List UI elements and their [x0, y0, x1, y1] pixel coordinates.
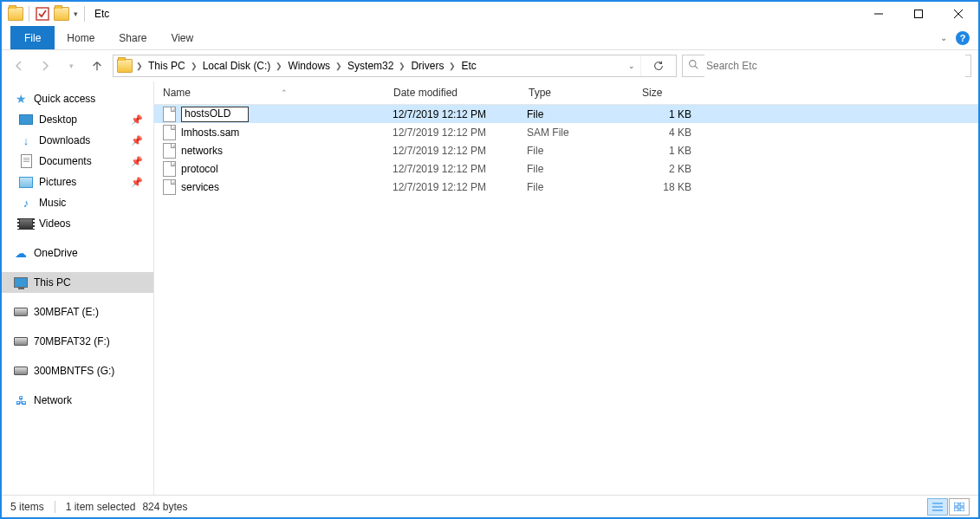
sidebar-item-label: Downloads	[39, 134, 90, 146]
address-dropdown-icon[interactable]: ⌄	[623, 62, 640, 70]
help-icon[interactable]: ?	[956, 31, 970, 45]
sidebar-item-label: 30MBFAT (E:)	[34, 306, 99, 318]
tab-view[interactable]: View	[159, 26, 205, 49]
sidebar-item-label: This PC	[34, 276, 71, 289]
navigation-row: ▾ ❯ This PC ❯ Local Disk (C:) ❯ Windows …	[2, 50, 978, 81]
address-bar[interactable]: ❯ This PC ❯ Local Disk (C:) ❯ Windows ❯ …	[113, 55, 677, 77]
file-icon	[163, 179, 176, 195]
sidebar-item-label: 70MBFAT32 (F:)	[34, 335, 110, 347]
sort-indicator-icon: ⌃	[191, 88, 377, 97]
search-box[interactable]	[682, 55, 971, 77]
sidebar-item-downloads[interactable]: ↓Downloads📌	[2, 130, 153, 151]
svg-rect-2	[915, 10, 923, 18]
table-row[interactable]: networks12/7/2019 12:12 PMFile1 KB	[154, 141, 978, 159]
breadcrumb[interactable]: System32	[344, 55, 397, 76]
breadcrumb[interactable]: Drivers	[407, 55, 447, 76]
pc-icon	[14, 276, 28, 289]
sidebar-onedrive[interactable]: ☁OneDrive	[2, 243, 153, 263]
sidebar-item-music[interactable]: ♪Music	[2, 192, 153, 213]
tab-share[interactable]: Share	[107, 26, 159, 49]
file-tab[interactable]: File	[10, 26, 55, 49]
app-icon[interactable]	[7, 5, 24, 23]
svg-rect-10	[954, 503, 958, 506]
properties-qat-icon[interactable]	[34, 5, 51, 23]
table-row[interactable]: hostsOLD12/7/2019 12:12 PMFile1 KB	[154, 105, 978, 123]
rename-input[interactable]: hostsOLD	[181, 107, 249, 122]
table-row[interactable]: lmhosts.sam12/7/2019 12:12 PMSAM File4 K…	[154, 123, 978, 141]
pin-icon: 📌	[131, 177, 143, 188]
sidebar-item-pictures[interactable]: Pictures📌	[2, 172, 153, 192]
sidebar-item-desktop[interactable]: Desktop📌	[2, 109, 153, 130]
up-button[interactable]	[87, 55, 107, 76]
sidebar-item-videos[interactable]: Videos	[2, 213, 153, 234]
chevron-right-icon[interactable]: ❯	[447, 62, 458, 70]
new-folder-qat-icon[interactable]	[53, 5, 70, 23]
pin-icon: 📌	[131, 135, 143, 146]
breadcrumb[interactable]: Local Disk (C:)	[199, 55, 275, 76]
column-type[interactable]: Type	[520, 81, 633, 104]
file-size: 1 KB	[631, 145, 700, 157]
expand-ribbon-icon[interactable]: ⌄	[940, 33, 947, 42]
breadcrumb[interactable]: Windows	[284, 55, 334, 76]
sidebar-item-documents[interactable]: Documents📌	[2, 151, 153, 172]
table-row[interactable]: protocol12/7/2019 12:12 PMFile2 KB	[154, 159, 978, 178]
refresh-button[interactable]	[640, 55, 676, 76]
close-button[interactable]	[938, 2, 978, 26]
sidebar-item-label: Desktop	[39, 114, 77, 126]
column-name[interactable]: Name⌃	[154, 81, 385, 104]
drive-icon	[14, 364, 28, 378]
file-icon	[163, 107, 176, 122]
file-name: networks	[181, 145, 223, 157]
folder-icon	[117, 59, 133, 73]
chevron-right-icon[interactable]: ❯	[189, 62, 199, 70]
maximize-button[interactable]	[899, 2, 938, 26]
sidebar-this-pc[interactable]: This PC	[2, 272, 153, 293]
pin-icon: 📌	[131, 114, 143, 126]
drive-icon	[14, 334, 28, 348]
details-view-button[interactable]	[927, 498, 948, 516]
sidebar-item-label: Music	[39, 197, 66, 209]
breadcrumb[interactable]: Etc	[458, 55, 479, 76]
file-type: File	[518, 108, 631, 120]
sidebar-item-label: Videos	[39, 217, 70, 230]
minimize-button[interactable]	[859, 2, 899, 26]
sidebar-item-label: Quick access	[34, 93, 95, 105]
status-item-count: 5 items	[10, 501, 44, 513]
file-name: services	[181, 181, 219, 193]
sidebar-drive-g[interactable]: 300MBNTFS (G:)	[2, 360, 153, 381]
svg-rect-0	[36, 8, 49, 20]
forward-button[interactable]	[35, 55, 55, 76]
chevron-right-icon[interactable]: ❯	[334, 62, 344, 70]
separator	[55, 501, 55, 513]
file-name: lmhosts.sam	[181, 127, 239, 139]
sidebar-item-label: Network	[34, 394, 72, 406]
svg-rect-13	[960, 508, 964, 511]
file-name: protocol	[181, 163, 218, 175]
sidebar-drive-e[interactable]: 30MBFAT (E:)	[2, 302, 153, 322]
chevron-right-icon[interactable]: ❯	[397, 62, 407, 70]
chevron-right-icon[interactable]: ❯	[274, 62, 284, 70]
chevron-right-icon[interactable]: ❯	[134, 62, 145, 70]
file-size: 2 KB	[631, 163, 700, 175]
back-button[interactable]	[9, 55, 29, 76]
large-icons-view-button[interactable]	[949, 498, 970, 516]
recent-dropdown-icon[interactable]: ▾	[61, 55, 81, 76]
tab-home[interactable]: Home	[55, 26, 107, 49]
sidebar-drive-f[interactable]: 70MBFAT32 (F:)	[2, 331, 153, 352]
breadcrumb[interactable]: This PC	[145, 55, 189, 76]
qat-dropdown-icon[interactable]: ▾	[72, 4, 80, 23]
separator	[29, 6, 29, 22]
search-input[interactable]	[704, 55, 965, 77]
table-row[interactable]: services12/7/2019 12:12 PMFile18 KB	[154, 178, 978, 196]
sidebar-quick-access[interactable]: ★ Quick access	[2, 88, 153, 109]
download-icon: ↓	[19, 133, 33, 147]
file-size: 4 KB	[631, 127, 700, 139]
window-title: Etc	[94, 8, 109, 20]
file-type: File	[518, 163, 631, 175]
column-size[interactable]: Size	[633, 81, 704, 104]
svg-line-6	[695, 66, 698, 68]
sidebar-item-label: Documents	[39, 155, 92, 167]
column-date[interactable]: Date modified	[385, 81, 520, 104]
file-date: 12/7/2019 12:12 PM	[384, 145, 518, 157]
sidebar-network[interactable]: 🖧Network	[2, 390, 153, 411]
